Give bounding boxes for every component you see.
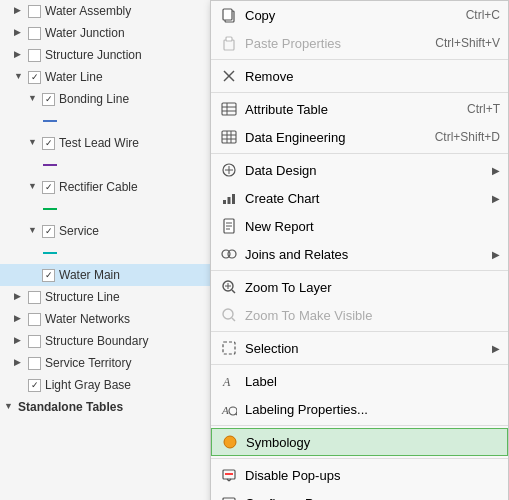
expand-arrow: ▶	[14, 357, 26, 369]
svg-point-36	[229, 407, 237, 415]
expand-arrow: ▼	[28, 225, 40, 237]
test-lead-wire-symbol	[0, 154, 210, 176]
menu-item-labeling-properties[interactable]: A Labeling Properties...	[211, 395, 508, 423]
svg-line-32	[232, 318, 235, 321]
paste-shortcut: Ctrl+Shift+V	[435, 36, 500, 50]
checkbox-light-gray-base[interactable]	[28, 379, 41, 392]
expand-arrow: ▶	[14, 27, 26, 39]
layer-structure-boundary[interactable]: ▶ Structure Boundary	[0, 330, 210, 352]
layer-structure-junction[interactable]: ▶ Structure Junction	[0, 44, 210, 66]
expand-arrow: ▼	[28, 137, 40, 149]
separator-1	[211, 59, 508, 60]
expand-arrow: ▼	[4, 401, 16, 413]
layer-light-gray-base[interactable]: ▶ Light Gray Base	[0, 374, 210, 396]
layer-water-main[interactable]: Water Main	[0, 264, 210, 286]
checkbox-service[interactable]	[42, 225, 55, 238]
menu-item-label[interactable]: A Label	[211, 367, 508, 395]
menu-item-new-report[interactable]: New Report	[211, 212, 508, 240]
attribute-table-label: Attribute Table	[245, 102, 467, 117]
expand-arrow: ▶	[14, 49, 26, 61]
svg-rect-6	[222, 103, 236, 115]
layer-service-territory[interactable]: ▶ Service Territory	[0, 352, 210, 374]
menu-item-symbology[interactable]: Symbology	[211, 428, 508, 456]
label-label: Label	[245, 374, 500, 389]
layer-label: Light Gray Base	[45, 378, 131, 392]
layer-standalone-tables[interactable]: ▼ Standalone Tables	[0, 396, 210, 418]
submenu-arrow: ▶	[492, 249, 500, 260]
menu-item-disable-popups[interactable]: Disable Pop-ups	[211, 461, 508, 489]
svg-point-26	[228, 250, 236, 258]
svg-line-28	[232, 290, 235, 293]
menu-item-zoom-to-visible[interactable]: Zoom To Make Visible	[211, 301, 508, 329]
layer-rectifier-cable[interactable]: ▼ Rectifier Cable	[0, 176, 210, 198]
checkbox-bonding-line[interactable]	[42, 93, 55, 106]
label-icon: A	[219, 371, 239, 391]
configure-popup-icon	[219, 493, 239, 500]
layer-water-junction[interactable]: ▶ Water Junction	[0, 22, 210, 44]
layer-service[interactable]: ▼ Service	[0, 220, 210, 242]
checkbox-service-territory[interactable]	[28, 357, 41, 370]
attribute-table-shortcut: Ctrl+T	[467, 102, 500, 116]
joins-relates-icon	[219, 244, 239, 264]
menu-item-data-engineering[interactable]: Data Engineering Ctrl+Shift+D	[211, 123, 508, 151]
separator-6	[211, 364, 508, 365]
layer-water-networks[interactable]: ▶ Water Networks	[0, 308, 210, 330]
separator-5	[211, 331, 508, 332]
joins-relates-label: Joins and Relates	[245, 247, 488, 262]
checkbox-water-networks[interactable]	[28, 313, 41, 326]
expand-arrow: ▼	[28, 93, 40, 105]
checkbox-structure-junction[interactable]	[28, 49, 41, 62]
create-chart-label: Create Chart	[245, 191, 488, 206]
svg-rect-10	[222, 131, 236, 143]
menu-item-create-chart[interactable]: Create Chart ▶	[211, 184, 508, 212]
copy-label: Copy	[245, 8, 466, 23]
menu-item-attribute-table[interactable]: Attribute Table Ctrl+T	[211, 95, 508, 123]
menu-item-selection[interactable]: Selection ▶	[211, 334, 508, 362]
layer-label: Standalone Tables	[18, 400, 123, 414]
zoom-to-visible-icon	[219, 305, 239, 325]
copy-icon	[219, 5, 239, 25]
layer-test-lead-wire[interactable]: ▼ Test Lead Wire	[0, 132, 210, 154]
line-symbol-icon	[42, 157, 58, 173]
remove-label: Remove	[245, 69, 500, 84]
submenu-arrow: ▶	[492, 343, 500, 354]
checkbox-structure-boundary[interactable]	[28, 335, 41, 348]
zoom-to-visible-label: Zoom To Make Visible	[245, 308, 500, 323]
svg-text:A: A	[221, 404, 229, 416]
data-design-label: Data Design	[245, 163, 488, 178]
layer-water-line[interactable]: ▼ Water Line	[0, 66, 210, 88]
line-symbol-icon	[42, 201, 58, 217]
checkbox-structure-line[interactable]	[28, 291, 41, 304]
checkbox-water-assembly[interactable]	[28, 5, 41, 18]
rectifier-cable-symbol	[0, 198, 210, 220]
layer-water-assembly[interactable]: ▶ Water Assembly	[0, 0, 210, 22]
remove-icon	[219, 66, 239, 86]
checkbox-water-line[interactable]	[28, 71, 41, 84]
layer-label: Bonding Line	[59, 92, 129, 106]
menu-item-joins-relates[interactable]: Joins and Relates ▶	[211, 240, 508, 268]
layer-bonding-line[interactable]: ▼ Bonding Line	[0, 88, 210, 110]
menu-item-configure-popups[interactable]: Configure Pop-ups	[211, 489, 508, 500]
svg-rect-3	[226, 37, 232, 41]
checkbox-rectifier-cable[interactable]	[42, 181, 55, 194]
copy-shortcut: Ctrl+C	[466, 8, 500, 22]
separator-4	[211, 270, 508, 271]
checkbox-water-main[interactable]	[42, 269, 55, 282]
menu-item-remove[interactable]: Remove	[211, 62, 508, 90]
layer-label: Structure Junction	[45, 48, 142, 62]
svg-rect-33	[223, 342, 235, 354]
checkbox-water-junction[interactable]	[28, 27, 41, 40]
menu-item-data-design[interactable]: Data Design ▶	[211, 156, 508, 184]
separator-8	[211, 458, 508, 459]
checkbox-test-lead-wire[interactable]	[42, 137, 55, 150]
layer-structure-line[interactable]: ▶ Structure Line	[0, 286, 210, 308]
menu-item-copy[interactable]: Copy Ctrl+C	[211, 1, 508, 29]
layer-panel: ▶ Water Assembly ▶ Water Junction ▶ Stru…	[0, 0, 210, 500]
disable-popup-icon	[219, 465, 239, 485]
layer-label: Water Junction	[45, 26, 125, 40]
separator-3	[211, 153, 508, 154]
menu-item-zoom-to-layer[interactable]: Zoom To Layer	[211, 273, 508, 301]
menu-item-paste-properties[interactable]: Paste Properties Ctrl+Shift+V	[211, 29, 508, 57]
layer-label: Service Territory	[45, 356, 131, 370]
zoom-to-layer-icon	[219, 277, 239, 297]
